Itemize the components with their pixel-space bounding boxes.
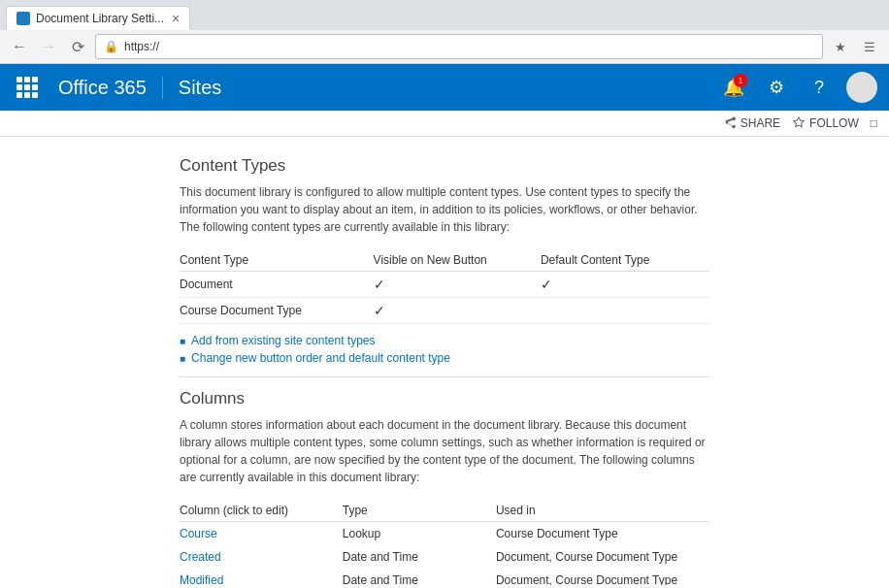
content-type-row: Document ✓ ✓ (180, 272, 709, 298)
follow-button[interactable]: FOLLOW (792, 116, 859, 130)
grid-dots-icon (16, 77, 38, 98)
more-button[interactable]: □ (871, 116, 877, 130)
navbar-right: 🔔 1 ⚙ ? (714, 68, 877, 107)
ct-default (541, 298, 709, 324)
content-types-links: ■ Add from existing site content types ■… (180, 334, 709, 365)
page-content: Content Types This document library is c… (0, 137, 889, 585)
bullet-icon-1: ■ (180, 336, 185, 346)
share-button[interactable]: SHARE (723, 116, 780, 130)
o365-title[interactable]: Office 365 (50, 77, 163, 99)
ct-visible: ✓ (374, 298, 541, 324)
column-used-in: Document, Course Document Type (496, 569, 709, 585)
section-divider (180, 376, 709, 377)
reader-icon[interactable]: ☰ (858, 35, 881, 58)
ct-visible: ✓ (374, 272, 541, 298)
sites-title[interactable]: Sites (163, 77, 237, 99)
column-used-in: Course Document Type (496, 522, 709, 546)
notification-badge: 1 (734, 74, 747, 87)
check-visible-icon: ✓ (374, 303, 385, 318)
address-bar[interactable]: 🔒 https:// (95, 34, 823, 59)
browser-chrome: Document Library Setti... × ← → ⟳ 🔒 http… (0, 0, 889, 64)
change-order-link-row: ■ Change new button order and default co… (180, 351, 709, 365)
browser-tab[interactable]: Document Library Setti... × (6, 6, 190, 30)
content-type-row: Course Document Type ✓ (180, 298, 709, 324)
col-header-used: Used in (496, 500, 709, 522)
add-content-type-link[interactable]: Add from existing site content types (191, 334, 375, 347)
ct-default: ✓ (541, 272, 709, 298)
settings-button[interactable]: ⚙ (757, 68, 796, 107)
ct-name: Document (180, 272, 374, 298)
svg-rect-0 (18, 14, 28, 23)
forward-button[interactable]: → (37, 35, 60, 58)
share-icon (723, 116, 737, 130)
column-row: Course Lookup Course Document Type (180, 522, 709, 546)
follow-label: FOLLOW (809, 116, 859, 130)
bullet-icon-2: ■ (180, 353, 185, 364)
content-types-table: Content Type Visible on New Button Defau… (180, 249, 709, 324)
columns-table: Column (click to edit) Type Used in Cour… (180, 500, 709, 585)
notification-button[interactable]: 🔔 1 (714, 68, 753, 107)
share-label: SHARE (741, 116, 780, 130)
url-text: https:// (124, 40, 159, 53)
columns-section: Columns A column stores information abou… (180, 389, 709, 585)
refresh-button[interactable]: ⟳ (66, 35, 89, 58)
col-header-type: Type (343, 500, 496, 522)
app-grid-button[interactable] (12, 72, 43, 103)
add-content-type-link-row: ■ Add from existing site content types (180, 334, 709, 347)
col-header-name: Column (click to edit) (180, 500, 343, 522)
address-bar-row: ← → ⟳ 🔒 https:// ★ ☰ (0, 30, 889, 63)
check-visible-icon: ✓ (374, 277, 385, 292)
tab-close-button[interactable]: × (164, 11, 180, 26)
page-toolbar: SHARE FOLLOW □ (0, 111, 889, 137)
tab-title: Document Library Setti... (36, 12, 164, 25)
o365-navbar: Office 365 Sites 🔔 1 ⚙ ? (0, 64, 889, 111)
check-default-icon: ✓ (541, 277, 552, 292)
star-outline-icon (792, 116, 806, 130)
star-icon[interactable]: ★ (829, 35, 852, 58)
column-used-in: Document, Course Document Type (496, 545, 709, 569)
lock-icon: 🔒 (104, 40, 118, 53)
column-name[interactable]: Course (180, 522, 343, 546)
ct-header-default: Default Content Type (541, 249, 709, 272)
content-types-title: Content Types (180, 156, 709, 176)
ct-header-type: Content Type (180, 249, 374, 272)
avatar[interactable] (846, 72, 877, 103)
column-row: Modified Date and Time Document, Course … (180, 569, 709, 585)
ct-header-visible: Visible on New Button (374, 249, 541, 272)
ct-name: Course Document Type (180, 298, 374, 324)
column-type: Date and Time (343, 545, 496, 569)
columns-title: Columns (180, 389, 709, 408)
tab-bar: Document Library Setti... × (0, 0, 889, 30)
tab-favicon (16, 12, 30, 25)
column-type: Lookup (343, 522, 496, 546)
column-type: Date and Time (343, 569, 496, 585)
column-row: Created Date and Time Document, Course D… (180, 545, 709, 569)
change-order-link[interactable]: Change new button order and default cont… (191, 351, 450, 365)
column-name[interactable]: Modified (180, 569, 343, 585)
columns-description: A column stores information about each d… (180, 416, 709, 486)
content-types-description: This document library is configured to a… (180, 183, 709, 236)
more-icon: □ (871, 116, 877, 130)
content-types-section: Content Types This document library is c… (180, 156, 709, 365)
help-button[interactable]: ? (800, 68, 839, 107)
back-button[interactable]: ← (8, 35, 31, 58)
column-name[interactable]: Created (180, 545, 343, 569)
avatar-placeholder (846, 72, 877, 103)
